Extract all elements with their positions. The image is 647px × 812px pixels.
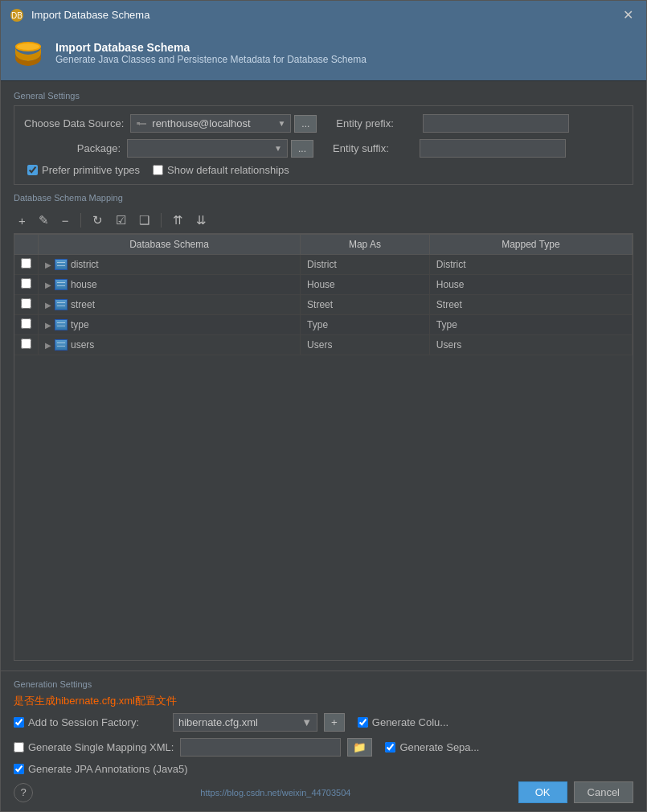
row-checkbox-cell[interactable] [14, 295, 39, 315]
row-checkbox[interactable] [21, 338, 31, 349]
row-schema-text: street [71, 299, 95, 310]
help-button[interactable]: ? [14, 783, 33, 802]
session-factory-checkbox-item[interactable]: Add to Session Factory: [14, 716, 166, 728]
show-default-checkbox[interactable] [153, 165, 163, 175]
session-add-button[interactable]: + [324, 713, 345, 732]
row-checkbox[interactable] [21, 298, 31, 309]
action-buttons: OK Cancel [518, 781, 633, 803]
show-default-label: Show default relationships [167, 164, 289, 176]
refresh-button[interactable]: ↻ [88, 211, 108, 230]
mapping-section-label: Database Schema Mapping [14, 193, 633, 203]
table-row[interactable]: ▶ street Street Street [14, 295, 633, 315]
title-bar-left: DB Import Database Schema [9, 7, 149, 23]
row-mapped-type: Street [429, 295, 632, 315]
row-schema-name: ▶ house [39, 275, 301, 295]
url-text: https://blog.csdn.net/weixin_44703504 [200, 788, 350, 798]
generate-column-checkbox-item[interactable]: Generate Colu... [358, 716, 510, 728]
single-mapping-checkbox-item[interactable]: Generate Single Mapping XML: [14, 741, 174, 753]
schema-table: Database Schema Map As Mapped Type ▶ dis… [14, 235, 633, 355]
cancel-button[interactable]: Cancel [574, 781, 633, 803]
session-factory-combo[interactable]: hibernate.cfg.xml ▼ [173, 713, 317, 732]
prefer-primitive-checkbox[interactable] [27, 165, 38, 175]
generate-sepa-checkbox-item[interactable]: Generate Sepa... [385, 741, 538, 753]
move-up-button[interactable]: ⇈ [168, 211, 188, 230]
chinese-note: 是否生成hibernate.cfg.xml配置文件 [14, 694, 633, 708]
remove-button[interactable]: − [57, 211, 74, 230]
close-button[interactable]: ✕ [618, 6, 638, 24]
prefer-primitive-checkbox-item[interactable]: Prefer primitive types [27, 164, 140, 176]
prefer-primitive-label: Prefer primitive types [42, 164, 140, 176]
row-checkbox-cell[interactable] [14, 315, 39, 335]
row-schema-name: ▶ users [39, 335, 301, 355]
row-checkbox[interactable] [21, 318, 31, 329]
entity-suffix-input[interactable] [420, 139, 566, 158]
datasource-dots-btn[interactable]: ... [294, 115, 317, 133]
package-dots-btn[interactable]: ... [291, 140, 313, 158]
session-factory-row: Add to Session Factory: hibernate.cfg.xm… [14, 713, 633, 732]
session-factory-checkbox[interactable] [14, 717, 24, 728]
copy-button[interactable]: ❑ [134, 211, 154, 230]
row-mapped-type: House [429, 275, 632, 295]
single-mapping-row: Generate Single Mapping XML: 📁 Generate … [14, 738, 633, 757]
check-button[interactable]: ☑ [111, 211, 131, 230]
col-check [14, 235, 39, 255]
row-checkbox-cell[interactable] [14, 275, 39, 295]
row-checkbox[interactable] [21, 258, 31, 269]
row-schema-name: ▶ type [39, 315, 301, 335]
row-schema-text: users [71, 339, 94, 351]
session-factory-value: hibernate.cfg.xml [178, 716, 258, 728]
jpa-checkbox[interactable] [14, 764, 24, 774]
row-expand-arrow[interactable]: ▶ [45, 260, 51, 269]
table-row[interactable]: ▶ type Type Type [14, 315, 633, 335]
row-schema-text: house [71, 279, 97, 290]
table-icon [55, 279, 68, 290]
single-mapping-folder-btn[interactable]: 📁 [347, 738, 372, 757]
table-row[interactable]: ▶ house House House [14, 275, 633, 295]
schema-table-wrapper: Database Schema Map As Mapped Type ▶ dis… [14, 234, 633, 661]
jpa-row: Generate JPA Annotations (Java5) [14, 763, 633, 775]
row-expand-arrow[interactable]: ▶ [45, 301, 51, 310]
single-mapping-input[interactable] [180, 738, 341, 757]
add-button[interactable]: + [14, 211, 31, 230]
edit-button[interactable]: ✎ [34, 211, 54, 230]
jpa-checkbox-item[interactable]: Generate JPA Annotations (Java5) [14, 763, 188, 775]
datasource-combo[interactable]: renthouse@localhost ▼ [130, 114, 291, 133]
generation-settings-label: Generation Settings [14, 679, 633, 689]
mapping-section: Database Schema Mapping + ✎ − ↻ ☑ ❑ ⇈ ⇊ [14, 193, 633, 661]
row-map-as: District [301, 255, 430, 275]
row-expand-arrow[interactable]: ▶ [45, 321, 51, 330]
ok-button[interactable]: OK [518, 781, 567, 803]
row-checkbox[interactable] [21, 278, 31, 289]
table-row[interactable]: ▶ district District District [14, 255, 633, 275]
row-expand-arrow[interactable]: ▶ [45, 341, 51, 350]
table-icon [55, 259, 68, 270]
generate-sepa-checkbox[interactable] [385, 742, 395, 753]
row-checkbox-cell[interactable] [14, 335, 39, 355]
general-settings-section: General Settings Choose Data Source: ren… [14, 91, 633, 185]
toolbar-sep2 [161, 213, 162, 228]
datasource-value: renthouse@localhost [152, 117, 250, 129]
title-bar: DB Import Database Schema ✕ [1, 1, 646, 29]
move-down-button[interactable]: ⇊ [191, 211, 211, 230]
row-mapped-type: Type [429, 315, 632, 335]
package-label: Package: [24, 142, 121, 154]
row-mapped-type: Users [429, 335, 632, 355]
entity-prefix-input[interactable] [423, 114, 569, 133]
package-control: ▼ ... [127, 139, 313, 158]
row-checkbox-cell[interactable] [14, 255, 39, 275]
package-combo[interactable]: ▼ [127, 139, 288, 158]
single-mapping-checkbox[interactable] [14, 742, 24, 753]
datasource-label: Choose Data Source: [24, 117, 124, 129]
table-row[interactable]: ▶ users Users Users [14, 335, 633, 355]
show-default-checkbox-item[interactable]: Show default relationships [153, 164, 289, 176]
jpa-label: Generate JPA Annotations (Java5) [28, 763, 188, 775]
general-settings-label: General Settings [14, 91, 633, 100]
datasource-control: renthouse@localhost ▼ ... [130, 114, 317, 133]
row-map-as: Street [301, 295, 430, 315]
col-mapas: Map As [301, 235, 430, 255]
generate-column-checkbox[interactable] [358, 717, 368, 728]
mapping-toolbar: + ✎ − ↻ ☑ ❑ ⇈ ⇊ [14, 207, 633, 234]
dialog-icon: DB [9, 7, 25, 23]
row-expand-arrow[interactable]: ▶ [45, 281, 51, 289]
entity-prefix-label: Entity prefix: [336, 117, 416, 129]
